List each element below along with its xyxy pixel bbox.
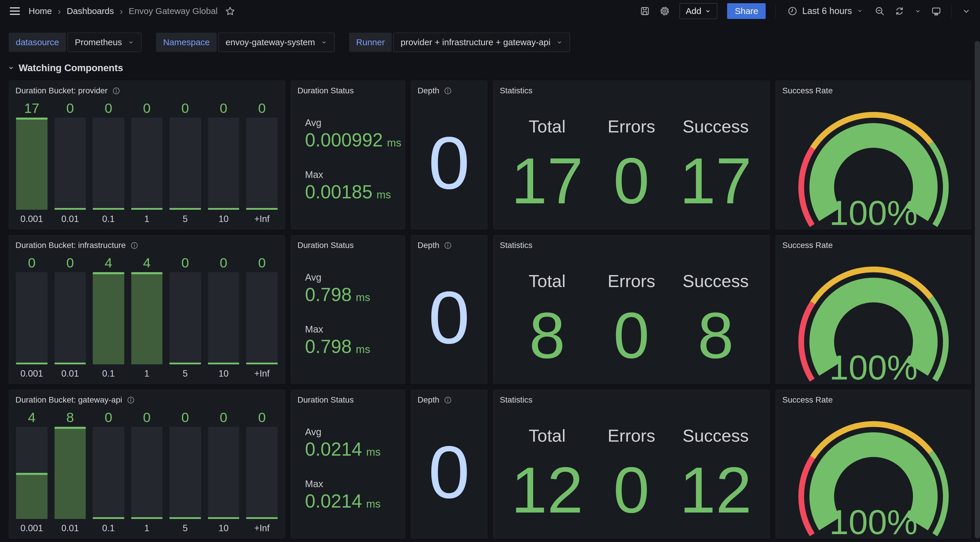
- chevron-down-icon: [705, 8, 711, 14]
- info-icon[interactable]: [130, 242, 138, 249]
- bar-value-label: 0: [66, 98, 74, 118]
- gauge-container: 100%: [776, 406, 971, 538]
- bar-column: 00.01: [54, 253, 86, 379]
- breadcrumb-home[interactable]: Home: [29, 6, 52, 16]
- gauge-container: 100%: [776, 252, 971, 384]
- share-button-label: Share: [735, 6, 758, 16]
- bar-value-label: 0: [181, 408, 189, 427]
- bar-column: 170.001: [16, 98, 48, 225]
- info-icon[interactable]: [444, 87, 452, 95]
- tv-mode-icon[interactable]: [931, 6, 941, 16]
- bar: [131, 118, 163, 210]
- chevron-down-icon: [556, 39, 563, 46]
- bar: [16, 272, 48, 364]
- statistics-panel: Statistics Total 12 Errors 0 Success 12: [493, 390, 770, 539]
- bar-x-label: 0.001: [21, 214, 43, 225]
- info-icon[interactable]: [444, 396, 452, 404]
- max-duration-stat: Max 0.00185 ms: [305, 169, 402, 201]
- stat-total: Total 17: [505, 97, 589, 229]
- save-icon[interactable]: [640, 6, 650, 16]
- bar-column: 40.001: [16, 408, 48, 534]
- bar-value-label: 0: [220, 408, 227, 427]
- bar-x-label: 0.01: [61, 523, 79, 534]
- breadcrumb: Home › Dashboards › Envoy Gateway Global: [29, 6, 218, 17]
- depth-value: 0: [428, 437, 470, 508]
- bar-value-label: 4: [105, 253, 112, 272]
- breadcrumb-dashboards[interactable]: Dashboards: [67, 6, 114, 16]
- breadcrumb-current: Envoy Gateway Global: [129, 6, 218, 16]
- bar: [169, 427, 201, 519]
- max-duration-stat: Max 0.798 ms: [305, 324, 402, 356]
- runner-picker[interactable]: provider + infrastructure + gateway-api: [393, 33, 570, 52]
- info-icon[interactable]: [127, 396, 135, 404]
- gear-icon[interactable]: [660, 6, 670, 16]
- namespace-picker[interactable]: envoy-gateway-system: [218, 33, 334, 52]
- variable-label: Namespace: [156, 33, 217, 52]
- bar-value-label: 0: [143, 408, 151, 427]
- bar-x-label: 0.001: [21, 368, 43, 379]
- statistics-panel: Statistics Total 8 Errors 0 Success 8: [493, 235, 770, 384]
- share-button[interactable]: Share: [727, 3, 766, 19]
- bar-value-label: 0: [66, 253, 74, 272]
- zoom-out-icon[interactable]: [875, 6, 885, 16]
- duration-status-panel: Duration Status Avg 0.0214 ms Max 0.0214…: [291, 390, 405, 539]
- bar: [169, 272, 201, 364]
- bar: [16, 427, 48, 519]
- depth-panel: Depth 0: [411, 81, 487, 229]
- stat-unit: ms: [356, 343, 370, 355]
- info-icon[interactable]: [112, 87, 120, 95]
- gauge-value-label: 100%: [829, 194, 918, 229]
- stat-unit: ms: [366, 498, 380, 510]
- collapse-navbar-chevron-icon[interactable]: [961, 6, 971, 16]
- panel-title: Depth: [418, 241, 439, 250]
- stat-label: Total: [529, 426, 566, 446]
- bar: [208, 118, 239, 210]
- breadcrumb-separator: ›: [58, 6, 61, 17]
- row-toggle-watching-components[interactable]: Watching Components: [0, 52, 980, 81]
- top-navbar: Home › Dashboards › Envoy Gateway Global…: [0, 0, 980, 22]
- stat-value: 8: [698, 308, 733, 363]
- bar: [246, 272, 278, 364]
- datasource-picker[interactable]: Prometheus: [67, 33, 142, 52]
- panel-title: Success Rate: [782, 86, 833, 96]
- refresh-interval-chevron-icon[interactable]: [915, 8, 921, 14]
- stat-value: 8: [529, 308, 565, 363]
- breadcrumb-separator: ›: [119, 6, 123, 17]
- scrollbar[interactable]: [975, 41, 980, 539]
- info-icon[interactable]: [444, 242, 452, 249]
- bar-x-label: 1: [145, 368, 150, 379]
- stat-value: 0.798: [305, 285, 352, 304]
- success-rate-gauge: 100%: [783, 255, 964, 384]
- bar-column: 40.1: [93, 253, 124, 379]
- time-range-picker[interactable]: Last 6 hours: [786, 6, 865, 17]
- panel-title: Depth: [418, 86, 439, 96]
- star-icon[interactable]: [225, 6, 235, 16]
- bar-value-label: 8: [66, 408, 74, 427]
- menu-icon[interactable]: [9, 6, 21, 16]
- runner-value: provider + infrastructure + gateway-api: [401, 37, 550, 47]
- panel-title: Statistics: [500, 86, 533, 96]
- panel-title: Success Rate: [782, 241, 833, 250]
- stat-value: 0.798: [305, 337, 352, 356]
- stat-value: 12: [679, 463, 752, 518]
- bar-column: 010: [208, 253, 239, 379]
- bar-x-label: 10: [218, 214, 228, 225]
- bar-column: 41: [131, 253, 163, 379]
- success-rate-panel: Success Rate 100%: [776, 390, 971, 539]
- bar-column: 0+Inf: [246, 408, 278, 534]
- refresh-icon[interactable]: [894, 6, 904, 16]
- bar-column: 05: [169, 408, 201, 534]
- panel-title: Duration Status: [298, 86, 354, 96]
- stat-unit: ms: [377, 189, 391, 201]
- add-button[interactable]: Add: [679, 3, 717, 19]
- stat-label: Avg: [305, 272, 402, 283]
- bar-column: 80.01: [54, 408, 86, 534]
- panel-title: Depth: [418, 395, 439, 405]
- filter-datasource: datasource Prometheus: [9, 33, 142, 52]
- bar: [93, 272, 124, 364]
- bar: [93, 427, 124, 519]
- stat-unit: ms: [366, 446, 380, 458]
- chevron-down-icon: [321, 39, 327, 46]
- add-button-label: Add: [686, 6, 701, 16]
- bar-gauge-chart: 00.00100.0140.141050100+Inf: [9, 252, 285, 384]
